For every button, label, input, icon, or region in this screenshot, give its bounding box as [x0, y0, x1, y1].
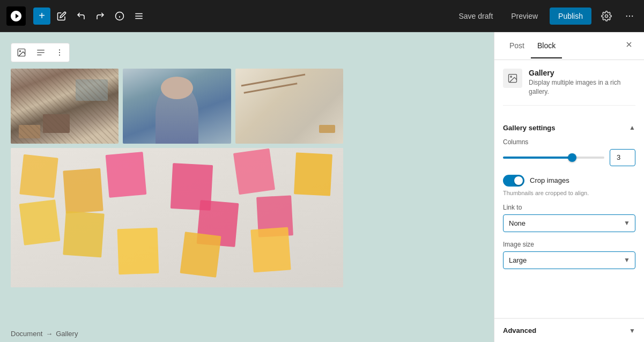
undo-button[interactable]	[73, 8, 89, 24]
block-icon	[503, 69, 522, 88]
columns-slider-row	[503, 149, 635, 166]
image-size-select-wrapper: Thumbnail Medium Large Full Size ▼	[503, 251, 635, 269]
link-to-select-wrapper: None Media File Attachment Page ▼	[503, 214, 635, 232]
main-area: Document → Gallery Post Block	[0, 32, 644, 342]
plus-icon: +	[39, 10, 45, 22]
gallery-icon	[17, 48, 26, 57]
svg-point-11	[19, 50, 20, 51]
advanced-chevron-icon: ▼	[629, 327, 635, 334]
info-button[interactable]	[112, 8, 128, 24]
more-options-button[interactable]	[621, 8, 638, 24]
edit-tool-button[interactable]	[54, 8, 70, 24]
crop-images-label: Crop images	[530, 176, 569, 184]
svg-point-6	[605, 14, 608, 17]
editor-canvas[interactable]: Document → Gallery	[0, 32, 494, 342]
save-draft-button[interactable]: Save draft	[452, 8, 499, 25]
block-info: Gallery Display multiple images in a ric…	[503, 69, 635, 106]
toolbar-right: Save draft Preview Publish	[452, 6, 638, 26]
block-toolbar	[11, 43, 70, 62]
link-to-field: Link to None Media File Attachment Page …	[503, 204, 635, 232]
vertical-dots-icon	[55, 48, 64, 57]
svg-point-17	[59, 55, 60, 56]
advanced-section: Advanced ▼	[494, 318, 644, 342]
svg-point-7	[626, 15, 627, 16]
pencil-icon	[57, 11, 66, 21]
list-icon	[134, 11, 144, 21]
link-to-select[interactable]: None Media File Attachment Page	[503, 214, 635, 232]
breadcrumb-arrow: →	[46, 330, 53, 338]
columns-field: Columns	[503, 138, 635, 166]
svg-point-8	[629, 15, 630, 16]
svg-point-16	[59, 52, 60, 53]
ellipsis-icon	[625, 11, 634, 21]
gallery-image-4[interactable]	[11, 148, 343, 287]
gear-icon	[601, 11, 612, 21]
toggle-knob	[514, 176, 523, 185]
image-size-field: Image size Thumbnail Medium Large Full S…	[503, 241, 635, 269]
tab-block[interactable]: Block	[531, 34, 562, 58]
redo-button[interactable]	[92, 8, 108, 24]
panel-content: Gallery Display multiple images in a ric…	[494, 60, 644, 318]
gallery-block-icon	[507, 73, 518, 84]
main-toolbar: +	[0, 0, 644, 32]
gallery-settings-section: Gallery settings ▲ Columns	[503, 116, 635, 269]
svg-point-15	[59, 49, 60, 50]
undo-icon	[76, 11, 86, 21]
right-panel: Post Block	[494, 32, 644, 342]
gallery-image-2[interactable]	[123, 69, 231, 144]
chevron-up-icon: ▲	[629, 124, 635, 131]
block-name: Gallery	[529, 69, 635, 77]
info-icon	[115, 11, 124, 21]
redo-icon	[95, 11, 105, 21]
advanced-header[interactable]: Advanced ▼	[503, 319, 635, 342]
align-icon-btn[interactable]	[32, 44, 50, 61]
gallery-settings-title: Gallery settings	[503, 124, 556, 132]
publish-button[interactable]: Publish	[550, 8, 591, 25]
more-block-options-btn[interactable]	[51, 45, 68, 60]
columns-label: Columns	[503, 138, 635, 146]
crop-images-field: Crop images Thumbnails are cropped to al…	[503, 175, 635, 196]
crop-toggle-row: Crop images	[503, 175, 635, 187]
preview-button[interactable]: Preview	[505, 8, 544, 25]
toolbar-left: +	[6, 6, 452, 26]
panel-header: Post Block	[494, 32, 644, 60]
svg-point-21	[510, 76, 512, 78]
crop-images-hint: Thumbnails are cropped to align.	[503, 190, 635, 196]
columns-input[interactable]	[610, 149, 635, 166]
breadcrumb-current[interactable]: Gallery	[56, 330, 78, 338]
gallery-image-3[interactable]	[235, 69, 343, 144]
breadcrumb: Document → Gallery	[11, 330, 78, 338]
gallery-image-1[interactable]	[11, 69, 119, 144]
image-size-select[interactable]: Thumbnail Medium Large Full Size	[503, 251, 635, 269]
breadcrumb-document[interactable]: Document	[11, 330, 42, 338]
link-to-label: Link to	[503, 204, 635, 211]
gallery-grid	[11, 69, 343, 144]
image-size-label: Image size	[503, 241, 635, 248]
advanced-title: Advanced	[503, 326, 536, 334]
settings-button[interactable]	[597, 6, 616, 26]
add-block-button[interactable]: +	[33, 8, 50, 25]
list-view-button[interactable]	[131, 8, 147, 24]
tab-post[interactable]: Post	[503, 34, 531, 58]
panel-close-button[interactable]	[623, 38, 635, 54]
wp-logo[interactable]	[6, 6, 26, 26]
svg-point-9	[632, 15, 633, 16]
crop-images-toggle[interactable]	[503, 175, 524, 187]
columns-slider-thumb[interactable]	[568, 153, 576, 162]
columns-slider-track[interactable]	[503, 157, 604, 159]
columns-slider-fill	[503, 157, 572, 159]
gallery-icon-btn[interactable]	[12, 44, 31, 61]
close-icon	[625, 40, 633, 49]
gallery-settings-header[interactable]: Gallery settings ▲	[503, 116, 635, 138]
align-icon	[36, 48, 46, 57]
block-details: Gallery Display multiple images in a ric…	[529, 69, 635, 96]
block-description: Display multiple images in a rich galler…	[529, 78, 635, 96]
